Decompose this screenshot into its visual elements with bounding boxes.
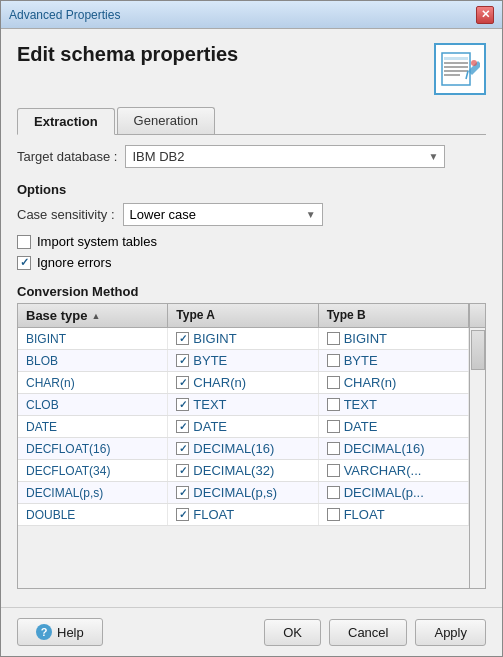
type-b-checkbox[interactable] [327, 486, 340, 499]
table-row: DECFLOAT(34)DECIMAL(32)VARCHAR(... [18, 460, 469, 482]
target-db-row: Target database : IBM DB2 ▼ [17, 145, 486, 168]
ignore-errors-checkbox[interactable] [17, 256, 31, 270]
cell-type-a: DECIMAL(p,s) [168, 482, 318, 503]
ok-button[interactable]: OK [264, 619, 321, 646]
table-body: BIGINTBIGINTBIGINTBLOBBYTEBYTECHAR(n)CHA… [18, 328, 485, 588]
target-db-value: IBM DB2 [132, 149, 184, 164]
cell-type-a: DECIMAL(16) [168, 438, 318, 459]
cell-type-a: BIGINT [168, 328, 318, 349]
sort-arrow-icon: ▲ [91, 311, 100, 321]
cell-type-a: FLOAT [168, 504, 318, 525]
type-b-checkbox[interactable] [327, 420, 340, 433]
cell-type-a: TEXT [168, 394, 318, 415]
close-button[interactable]: ✕ [476, 6, 494, 24]
type-a-checkbox[interactable] [176, 332, 189, 345]
help-button[interactable]: ? Help [17, 618, 103, 646]
footer-left: ? Help [17, 618, 103, 646]
cell-type-b: FLOAT [319, 504, 469, 525]
cell-type-b: DECIMAL(16) [319, 438, 469, 459]
cell-base-type: DECFLOAT(34) [18, 460, 168, 481]
table-row: CHAR(n)CHAR(n)CHAR(n) [18, 372, 469, 394]
type-a-checkbox[interactable] [176, 486, 189, 499]
svg-point-8 [471, 60, 477, 66]
title-bar: Advanced Properties ✕ [1, 1, 502, 29]
tab-generation[interactable]: Generation [117, 107, 215, 134]
import-system-tables-checkbox[interactable] [17, 235, 31, 249]
cell-type-b: BIGINT [319, 328, 469, 349]
col-header-type-b: Type B [319, 304, 469, 327]
footer: ? Help OK Cancel Apply [1, 607, 502, 656]
type-b-checkbox[interactable] [327, 508, 340, 521]
table-row: DOUBLEFLOATFLOAT [18, 504, 469, 526]
cell-type-b: TEXT [319, 394, 469, 415]
conversion-method-title: Conversion Method [17, 284, 486, 299]
type-a-checkbox[interactable] [176, 464, 189, 477]
case-sensitivity-value: Lower case [130, 207, 196, 222]
type-b-checkbox[interactable] [327, 332, 340, 345]
type-a-checkbox[interactable] [176, 442, 189, 455]
import-system-tables-row: Import system tables [17, 234, 486, 249]
table-row: DECIMAL(p,s)DECIMAL(p,s)DECIMAL(p... [18, 482, 469, 504]
cell-base-type: BIGINT [18, 328, 168, 349]
cancel-button[interactable]: Cancel [329, 619, 407, 646]
help-icon: ? [36, 624, 52, 640]
svg-rect-4 [444, 70, 468, 72]
cell-type-a: DATE [168, 416, 318, 437]
col-header-base-type: Base type ▲ [18, 304, 168, 327]
cell-type-b: CHAR(n) [319, 372, 469, 393]
svg-rect-2 [444, 62, 468, 64]
conversion-method-section: Conversion Method Base type ▲ Type A Typ… [17, 284, 486, 589]
cell-base-type: BLOB [18, 350, 168, 371]
svg-rect-3 [444, 66, 468, 68]
type-b-checkbox[interactable] [327, 354, 340, 367]
type-b-checkbox[interactable] [327, 398, 340, 411]
table-row: DECFLOAT(16)DECIMAL(16)DECIMAL(16) [18, 438, 469, 460]
header-icon [434, 43, 486, 95]
case-sensitivity-arrow-icon: ▼ [306, 209, 316, 220]
window-title: Advanced Properties [9, 8, 120, 22]
table-rows-container: BIGINTBIGINTBIGINTBLOBBYTEBYTECHAR(n)CHA… [18, 328, 469, 588]
case-sensitivity-label: Case sensitivity : [17, 207, 115, 222]
ignore-errors-label: Ignore errors [37, 255, 111, 270]
cell-type-a: CHAR(n) [168, 372, 318, 393]
cell-type-b: DECIMAL(p... [319, 482, 469, 503]
tab-extraction[interactable]: Extraction [17, 108, 115, 135]
options-title: Options [17, 182, 486, 197]
content-area: Edit schema properties Extraction Genera… [1, 29, 502, 599]
scrollbar[interactable] [469, 328, 485, 588]
import-system-tables-label: Import system tables [37, 234, 157, 249]
type-b-checkbox[interactable] [327, 464, 340, 477]
ignore-errors-row: Ignore errors [17, 255, 486, 270]
case-sensitivity-select[interactable]: Lower case ▼ [123, 203, 323, 226]
cell-type-b: VARCHAR(... [319, 460, 469, 481]
type-b-checkbox[interactable] [327, 376, 340, 389]
apply-button[interactable]: Apply [415, 619, 486, 646]
target-db-select[interactable]: IBM DB2 ▼ [125, 145, 445, 168]
svg-rect-5 [444, 74, 460, 76]
col-header-type-a: Type A [168, 304, 318, 327]
type-a-checkbox[interactable] [176, 398, 189, 411]
cell-base-type: DATE [18, 416, 168, 437]
main-window: Advanced Properties ✕ Edit schema proper… [0, 0, 503, 657]
scrollbar-thumb[interactable] [471, 330, 485, 370]
cell-base-type: DECIMAL(p,s) [18, 482, 168, 503]
type-a-checkbox[interactable] [176, 508, 189, 521]
cell-base-type: DOUBLE [18, 504, 168, 525]
tabs-container: Extraction Generation [17, 107, 486, 135]
table-header: Base type ▲ Type A Type B [18, 304, 485, 328]
target-db-arrow-icon: ▼ [429, 151, 439, 162]
conversion-table: Base type ▲ Type A Type B BIGINTBIGINTBI… [17, 303, 486, 589]
type-b-checkbox[interactable] [327, 442, 340, 455]
case-sensitivity-row: Case sensitivity : Lower case ▼ [17, 203, 486, 226]
svg-rect-1 [444, 57, 468, 60]
type-a-checkbox[interactable] [176, 420, 189, 433]
type-a-checkbox[interactable] [176, 354, 189, 367]
footer-right: OK Cancel Apply [264, 619, 486, 646]
cell-base-type: CLOB [18, 394, 168, 415]
cell-type-b: DATE [319, 416, 469, 437]
type-a-checkbox[interactable] [176, 376, 189, 389]
cell-base-type: CHAR(n) [18, 372, 168, 393]
cell-type-a: DECIMAL(32) [168, 460, 318, 481]
page-title: Edit schema properties [17, 43, 238, 66]
table-row: BLOBBYTEBYTE [18, 350, 469, 372]
